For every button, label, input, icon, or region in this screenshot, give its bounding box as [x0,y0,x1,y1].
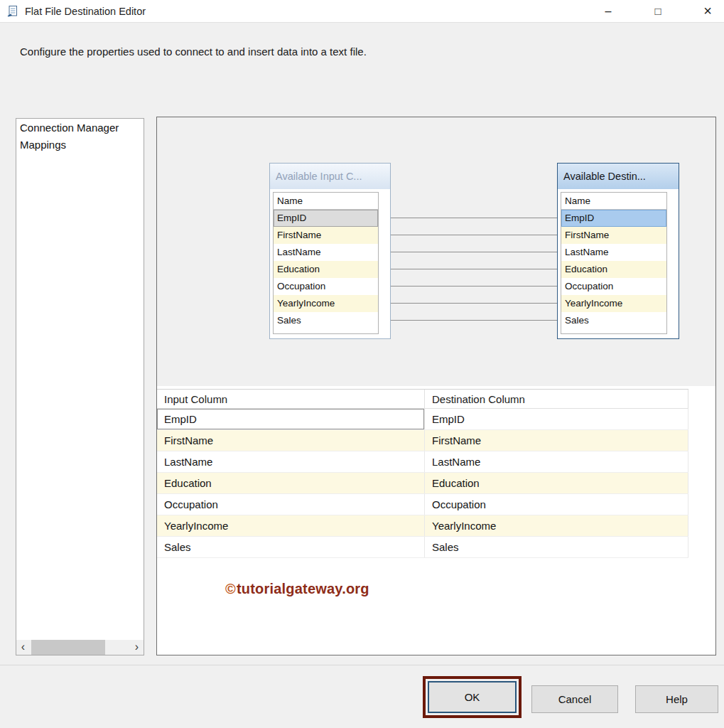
table-row-yearlyincome: YearlyIncome YearlyIncome [157,515,688,537]
table-row-empid: EmpID EmpID [157,409,688,430]
table-row-occupation: Occupation Occupation [157,494,688,515]
destination-cell-yearlyincome[interactable]: YearlyIncome [425,515,688,536]
scroll-right-arrow-icon[interactable]: › [130,640,144,655]
watermark: ©tutorialgateway.org [225,581,369,597]
input-cell-education[interactable]: Education [157,473,425,493]
input-cell-sales[interactable]: Sales [157,537,425,557]
available-destination-columns-box[interactable]: Available Destin... Name EmpID FirstName… [557,163,679,339]
available-input-columns-list: Name EmpID FirstName LastName Education … [273,192,379,334]
minimize-button[interactable]: – [592,0,625,22]
input-cell-empid[interactable]: EmpID [157,409,425,429]
mapping-table-header: Input Column Destination Column [157,389,688,409]
copyright-icon: © [225,581,236,596]
input-cell-firstname[interactable]: FirstName [157,430,425,451]
mapping-connector-lastname[interactable] [391,252,557,252]
input-cell-lastname[interactable]: LastName [157,451,425,472]
scroll-left-arrow-icon[interactable]: ‹ [16,640,30,655]
table-row-sales: Sales Sales [157,537,688,558]
table-row-firstname: FirstName FirstName [157,430,688,451]
source-row-empid[interactable]: EmpID [274,210,378,227]
source-row-education[interactable]: Education [274,261,378,278]
ok-highlight-annotation: OK [423,676,522,718]
ok-button[interactable]: OK [428,681,517,713]
available-destination-columns-list: Name EmpID FirstName LastName Education … [561,192,667,334]
pages-list: Connection Manager Mappings ‹ › [16,118,144,655]
titlebar: Flat File Destination Editor – □ × [0,0,724,23]
destination-cell-firstname[interactable]: FirstName [425,430,688,451]
close-icon: × [703,3,712,19]
horizontal-scrollbar[interactable]: ‹ › [16,640,144,655]
nav-item-mappings[interactable]: Mappings [16,136,144,153]
scrollbar-track[interactable] [30,640,130,655]
destination-column-header: Destination Column [425,390,688,408]
input-cell-occupation[interactable]: Occupation [157,494,425,515]
source-row-occupation[interactable]: Occupation [274,278,378,295]
cancel-button[interactable]: Cancel [531,685,618,713]
destination-row-education[interactable]: Education [561,261,666,278]
mapping-connector-sales[interactable] [391,320,557,321]
source-row-firstname[interactable]: FirstName [274,227,378,244]
table-row-lastname: LastName LastName [157,451,688,473]
destination-name-column-header: Name [561,193,666,210]
source-name-column-header: Name [274,193,378,210]
minimize-icon: – [605,5,612,18]
maximize-button[interactable]: □ [642,0,674,22]
table-row-education: Education Education [157,473,688,494]
destination-cell-occupation[interactable]: Occupation [425,494,688,515]
close-button[interactable]: × [691,0,724,22]
destination-row-sales[interactable]: Sales [561,312,666,329]
footer-divider [0,665,724,665]
mapping-canvas: Available Input C... Name EmpID FirstNam… [157,117,715,386]
flat-file-destination-editor-window: Flat File Destination Editor – □ × Confi… [0,0,724,728]
window-title: Flat File Destination Editor [25,6,146,17]
available-destination-columns-title: Available Destin... [558,164,679,189]
destination-row-firstname[interactable]: FirstName [561,227,666,244]
available-input-columns-box[interactable]: Available Input C... Name EmpID FirstNam… [269,163,391,339]
mapping-connector-empid[interactable] [391,218,557,218]
input-column-header: Input Column [157,390,425,408]
maximize-icon: □ [654,5,661,17]
dialog-description: Configure the properties used to connect… [20,46,367,58]
mapping-connector-yearlyincome[interactable] [391,303,557,304]
app-icon [6,5,19,18]
destination-cell-lastname[interactable]: LastName [425,451,688,472]
mapping-table: Input Column Destination Column EmpID Em… [157,389,688,558]
source-row-lastname[interactable]: LastName [274,244,378,261]
destination-row-occupation[interactable]: Occupation [561,278,666,295]
destination-row-empid[interactable]: EmpID [561,210,666,227]
help-button[interactable]: Help [635,685,718,713]
source-row-yearlyincome[interactable]: YearlyIncome [274,295,378,312]
destination-row-yearlyincome[interactable]: YearlyIncome [561,295,666,312]
source-row-sales[interactable]: Sales [274,312,378,329]
nav-item-connection-manager[interactable]: Connection Manager [16,119,144,136]
mapping-connector-occupation[interactable] [391,286,557,287]
destination-cell-education[interactable]: Education [425,473,688,493]
destination-row-lastname[interactable]: LastName [561,244,666,261]
mapping-connector-education[interactable] [391,269,557,269]
destination-cell-empid[interactable]: EmpID [425,409,688,429]
window-controls: – □ × [575,0,724,22]
mappings-panel: Available Input C... Name EmpID FirstNam… [156,117,716,655]
scrollbar-thumb[interactable] [31,640,105,655]
destination-cell-sales[interactable]: Sales [425,537,688,557]
available-input-columns-title: Available Input C... [270,164,390,189]
input-cell-yearlyincome[interactable]: YearlyIncome [157,515,425,536]
mapping-connector-firstname[interactable] [391,235,557,235]
watermark-text: tutorialgateway.org [237,581,369,596]
